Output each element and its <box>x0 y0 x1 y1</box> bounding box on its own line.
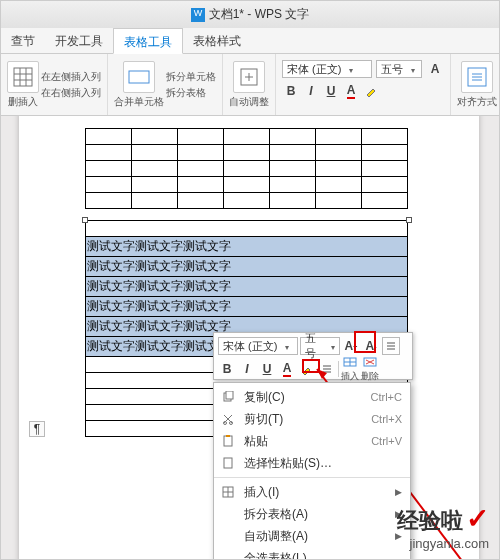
ctx-autosize[interactable]: 自动调整(A)▶ <box>214 525 410 547</box>
mini-delete-icon[interactable] <box>362 356 378 368</box>
align-icon[interactable] <box>318 360 336 378</box>
align-button[interactable] <box>461 61 493 93</box>
split-cells[interactable]: 拆分单元格 <box>166 70 216 84</box>
highlight-box-1 <box>354 331 376 353</box>
font-color-icon[interactable]: A <box>278 360 296 378</box>
ctx-paste-special[interactable]: 选择性粘贴(S)… <box>214 452 410 474</box>
svg-rect-1 <box>129 71 149 83</box>
delete-insert-label: 删插入 <box>8 95 38 109</box>
selection-handle[interactable] <box>82 217 88 223</box>
autosize-icon <box>220 528 236 544</box>
grow-font-icon[interactable]: A <box>426 60 444 78</box>
group-font: 宋体 (正文) 五号 A B I U A <box>276 54 451 116</box>
svg-rect-14 <box>226 435 230 437</box>
watermark-url: jingyanla.com <box>397 536 489 551</box>
document-area: 测试文字测试文字测试文字 测试文字测试文字测试文字 测试文字测试文字测试文字 测… <box>1 116 499 559</box>
underline-icon[interactable]: U <box>258 360 276 378</box>
delete-insert-button[interactable] <box>7 61 39 93</box>
italic-icon[interactable]: I <box>302 82 320 100</box>
highlight-box-2 <box>302 359 320 373</box>
autosize-button[interactable] <box>233 61 265 93</box>
selection-handle[interactable] <box>406 217 412 223</box>
ctx-insert[interactable]: 插入(I)▶ <box>214 481 410 503</box>
ctx-select-all[interactable]: 全选表格(L) <box>214 547 410 559</box>
data-row-3[interactable]: 测试文字测试文字测试文字 <box>86 277 408 297</box>
insert-col-right[interactable]: 在右侧插入列 <box>41 86 101 100</box>
insert-col-left[interactable]: 在左侧插入列 <box>41 70 101 84</box>
mini-insert-label[interactable]: 插入 <box>341 370 359 383</box>
italic-icon[interactable]: I <box>238 360 256 378</box>
ctx-separator <box>214 477 410 478</box>
wps-icon <box>191 8 205 22</box>
table-top[interactable] <box>85 128 408 209</box>
svg-rect-0 <box>14 68 32 86</box>
group-align: 对齐方式 <box>451 54 499 116</box>
data-row-2[interactable]: 测试文字测试文字测试文字 <box>86 257 408 277</box>
paragraph-mark-icon[interactable]: ¶ <box>29 421 45 437</box>
font-color-icon[interactable]: A <box>342 82 360 100</box>
bold-icon[interactable]: B <box>282 82 300 100</box>
group-merge: 合并单元格 拆分单元格 拆分表格 <box>108 54 223 116</box>
group-delete-insert: 删插入 在左侧插入列 在右侧插入列 <box>1 54 108 116</box>
context-menu: 复制(C)Ctrl+C 剪切(T)Ctrl+X 粘贴Ctrl+V 选择性粘贴(S… <box>213 382 411 559</box>
tab-developer[interactable]: 开发工具 <box>45 28 113 53</box>
svg-rect-10 <box>226 391 233 399</box>
data-row-4[interactable]: 测试文字测试文字测试文字 <box>86 297 408 317</box>
svg-rect-13 <box>224 436 232 446</box>
ribbon: 删插入 在左侧插入列 在右侧插入列 合并单元格 拆分单元格 拆分表格 自动调整 … <box>1 54 499 116</box>
watermark: 经验啦 ✓ jingyanla.com <box>397 502 489 551</box>
svg-rect-15 <box>224 458 232 468</box>
paste-special-icon <box>220 455 236 471</box>
copy-icon <box>220 389 236 405</box>
group-autosize: 自动调整 <box>223 54 276 116</box>
mini-size-select[interactable]: 五号 <box>300 337 340 355</box>
svg-point-12 <box>230 422 233 425</box>
merge-cells-label: 合并单元格 <box>114 95 164 109</box>
titlebar: 文档1* - WPS 文字 <box>1 1 499 28</box>
ctx-paste[interactable]: 粘贴Ctrl+V <box>214 430 410 452</box>
watermark-brand: 经验啦 <box>397 508 463 533</box>
insert-icon <box>220 484 236 500</box>
svg-point-11 <box>224 422 227 425</box>
mini-delete-label[interactable]: 删除 <box>361 370 379 383</box>
mini-insert-icon[interactable] <box>342 356 358 368</box>
data-row-1[interactable]: 测试文字测试文字测试文字 <box>86 237 408 257</box>
highlight-icon[interactable] <box>362 82 380 100</box>
ribbon-tabs: 查节 开发工具 表格工具 表格样式 <box>1 28 499 54</box>
tab-table-style[interactable]: 表格样式 <box>183 28 251 53</box>
tab-section[interactable]: 查节 <box>1 28 45 53</box>
mini-font-select[interactable]: 宋体 (正文) <box>218 337 298 355</box>
split-table-icon <box>220 506 236 522</box>
align-label: 对齐方式 <box>457 95 497 109</box>
ctx-cut[interactable]: 剪切(T)Ctrl+X <box>214 408 410 430</box>
font-select[interactable]: 宋体 (正文) <box>282 60 372 78</box>
select-all-icon <box>220 550 236 559</box>
tab-table-tools[interactable]: 表格工具 <box>113 28 183 54</box>
split-table[interactable]: 拆分表格 <box>166 86 216 100</box>
bold-icon[interactable]: B <box>218 360 236 378</box>
check-icon: ✓ <box>466 503 489 534</box>
ctx-split-table[interactable]: 拆分表格(A)▶ <box>214 503 410 525</box>
autosize-label: 自动调整 <box>229 95 269 109</box>
document-title: 文档1* - WPS 文字 <box>209 6 310 23</box>
underline-icon[interactable]: U <box>322 82 340 100</box>
paste-icon <box>220 433 236 449</box>
cut-icon <box>220 411 236 427</box>
indent-icon[interactable] <box>382 337 400 355</box>
ctx-copy[interactable]: 复制(C)Ctrl+C <box>214 386 410 408</box>
font-size-select[interactable]: 五号 <box>376 60 422 78</box>
merge-cells-button[interactable] <box>123 61 155 93</box>
